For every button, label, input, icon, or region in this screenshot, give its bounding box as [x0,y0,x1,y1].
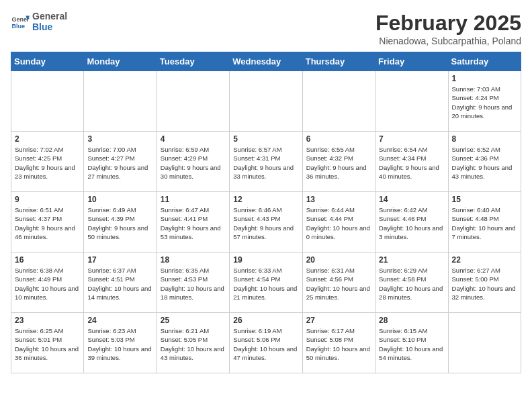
calendar-cell [157,71,229,132]
column-header-wednesday: Wednesday [230,52,302,71]
logo-blue-text: Blue [32,21,67,32]
calendar-cell: 17Sunrise: 6:37 AM Sunset: 4:51 PM Dayli… [84,253,157,313]
day-info: Sunrise: 6:49 AM Sunset: 4:39 PM Dayligh… [87,205,152,241]
day-info: Sunrise: 6:25 AM Sunset: 5:01 PM Dayligh… [15,326,80,362]
day-number: 20 [306,255,371,265]
calendar-cell: 28Sunrise: 6:15 AM Sunset: 5:10 PM Dayli… [375,313,448,373]
day-info: Sunrise: 6:57 AM Sunset: 4:31 PM Dayligh… [233,145,298,181]
day-info: Sunrise: 7:00 AM Sunset: 4:27 PM Dayligh… [87,145,152,181]
day-number: 17 [87,255,152,265]
day-info: Sunrise: 7:03 AM Sunset: 4:24 PM Dayligh… [452,85,517,120]
logo-icon: General Blue [11,12,30,31]
day-number: 5 [233,134,298,144]
day-info: Sunrise: 6:33 AM Sunset: 4:54 PM Dayligh… [233,266,298,302]
day-number: 7 [379,134,444,144]
day-number: 9 [15,195,80,204]
calendar-cell: 22Sunrise: 6:27 AM Sunset: 5:00 PM Dayli… [448,253,521,313]
calendar-cell: 21Sunrise: 6:29 AM Sunset: 4:58 PM Dayli… [375,253,448,313]
location: Nienadowa, Subcarpathia, Poland [375,36,521,46]
calendar-cell [11,71,84,132]
day-number: 10 [87,195,152,204]
calendar-cell: 15Sunrise: 6:40 AM Sunset: 4:48 PM Dayli… [448,192,521,253]
calendar-cell: 19Sunrise: 6:33 AM Sunset: 4:54 PM Dayli… [230,253,302,313]
day-info: Sunrise: 6:52 AM Sunset: 4:36 PM Dayligh… [452,145,517,181]
day-number: 12 [233,195,298,204]
day-number: 24 [87,316,152,325]
calendar-cell: 8Sunrise: 6:52 AM Sunset: 4:36 PM Daylig… [448,132,521,192]
calendar-cell: 7Sunrise: 6:54 AM Sunset: 4:34 PM Daylig… [375,132,448,192]
day-info: Sunrise: 6:31 AM Sunset: 4:56 PM Dayligh… [306,266,371,302]
day-number: 27 [306,316,371,325]
day-info: Sunrise: 6:17 AM Sunset: 5:08 PM Dayligh… [306,326,371,362]
calendar-header-row: SundayMondayTuesdayWednesdayThursdayFrid… [11,52,521,71]
day-number: 11 [161,195,226,204]
day-info: Sunrise: 6:47 AM Sunset: 4:41 PM Dayligh… [161,205,226,241]
day-number: 19 [233,255,298,265]
calendar-cell: 18Sunrise: 6:35 AM Sunset: 4:53 PM Dayli… [157,253,229,313]
day-number: 8 [452,134,517,144]
day-number: 26 [233,316,298,325]
calendar-cell: 27Sunrise: 6:17 AM Sunset: 5:08 PM Dayli… [302,313,375,373]
calendar-cell: 2Sunrise: 7:02 AM Sunset: 4:25 PM Daylig… [11,132,84,192]
day-number: 15 [452,195,517,204]
day-info: Sunrise: 6:54 AM Sunset: 4:34 PM Dayligh… [379,145,444,181]
day-info: Sunrise: 6:27 AM Sunset: 5:00 PM Dayligh… [452,266,517,302]
day-info: Sunrise: 6:55 AM Sunset: 4:32 PM Dayligh… [306,145,371,181]
calendar-cell: 14Sunrise: 6:42 AM Sunset: 4:46 PM Dayli… [375,192,448,253]
day-number: 22 [452,255,517,265]
column-header-thursday: Thursday [302,52,375,71]
calendar-cell: 26Sunrise: 6:19 AM Sunset: 5:06 PM Dayli… [230,313,302,373]
calendar-cell: 20Sunrise: 6:31 AM Sunset: 4:56 PM Dayli… [302,253,375,313]
svg-text:Blue: Blue [11,23,25,30]
day-info: Sunrise: 6:46 AM Sunset: 4:43 PM Dayligh… [233,205,298,241]
calendar-cell: 4Sunrise: 6:59 AM Sunset: 4:29 PM Daylig… [157,132,229,192]
calendar-week-row: 9Sunrise: 6:51 AM Sunset: 4:37 PM Daylig… [11,192,521,253]
title-block: February 2025 Nienadowa, Subcarpathia, P… [375,11,521,46]
calendar-cell: 16Sunrise: 6:38 AM Sunset: 4:49 PM Dayli… [11,253,84,313]
calendar-cell [230,71,302,132]
day-number: 6 [306,134,371,144]
calendar-cell: 13Sunrise: 6:44 AM Sunset: 4:44 PM Dayli… [302,192,375,253]
day-number: 2 [15,134,80,144]
day-info: Sunrise: 6:42 AM Sunset: 4:46 PM Dayligh… [379,205,444,241]
day-info: Sunrise: 6:38 AM Sunset: 4:49 PM Dayligh… [15,266,80,302]
column-header-saturday: Saturday [448,52,521,71]
day-number: 21 [379,255,444,265]
column-header-monday: Monday [84,52,157,71]
day-number: 25 [161,316,226,325]
calendar-cell: 24Sunrise: 6:23 AM Sunset: 5:03 PM Dayli… [84,313,157,373]
calendar-cell [375,71,448,132]
calendar-table: SundayMondayTuesdayWednesdayThursdayFrid… [11,52,521,373]
calendar-cell: 9Sunrise: 6:51 AM Sunset: 4:37 PM Daylig… [11,192,84,253]
calendar-cell: 11Sunrise: 6:47 AM Sunset: 4:41 PM Dayli… [157,192,229,253]
day-number: 3 [87,134,152,144]
column-header-sunday: Sunday [11,52,84,71]
calendar-cell [302,71,375,132]
day-number: 14 [379,195,444,204]
logo: General Blue General Blue [11,11,67,32]
logo-general-text: General [32,11,67,21]
calendar-cell: 1Sunrise: 7:03 AM Sunset: 4:24 PM Daylig… [448,71,521,132]
calendar-cell [448,313,521,373]
calendar-cell: 23Sunrise: 6:25 AM Sunset: 5:01 PM Dayli… [11,313,84,373]
day-info: Sunrise: 6:19 AM Sunset: 5:06 PM Dayligh… [233,326,298,362]
day-info: Sunrise: 6:37 AM Sunset: 4:51 PM Dayligh… [87,266,152,302]
day-number: 4 [161,134,226,144]
column-header-tuesday: Tuesday [157,52,229,71]
calendar-week-row: 16Sunrise: 6:38 AM Sunset: 4:49 PM Dayli… [11,253,521,313]
day-info: Sunrise: 6:51 AM Sunset: 4:37 PM Dayligh… [15,205,80,241]
day-number: 18 [161,255,226,265]
day-info: Sunrise: 6:44 AM Sunset: 4:44 PM Dayligh… [306,205,371,241]
day-info: Sunrise: 7:02 AM Sunset: 4:25 PM Dayligh… [15,145,80,181]
calendar-cell: 3Sunrise: 7:00 AM Sunset: 4:27 PM Daylig… [84,132,157,192]
calendar-cell [84,71,157,132]
calendar-cell: 6Sunrise: 6:55 AM Sunset: 4:32 PM Daylig… [302,132,375,192]
calendar-week-row: 23Sunrise: 6:25 AM Sunset: 5:01 PM Dayli… [11,313,521,373]
day-number: 28 [379,316,444,325]
day-number: 1 [452,74,517,83]
day-info: Sunrise: 6:35 AM Sunset: 4:53 PM Dayligh… [161,266,226,302]
day-info: Sunrise: 6:29 AM Sunset: 4:58 PM Dayligh… [379,266,444,302]
day-number: 23 [15,316,80,325]
day-info: Sunrise: 6:21 AM Sunset: 5:05 PM Dayligh… [161,326,226,362]
day-info: Sunrise: 6:40 AM Sunset: 4:48 PM Dayligh… [452,205,517,241]
